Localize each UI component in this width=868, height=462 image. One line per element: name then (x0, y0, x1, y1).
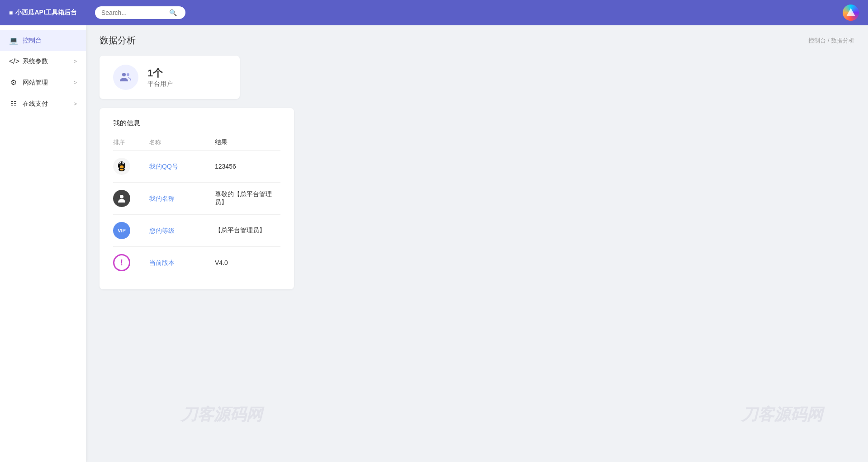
row-1-link[interactable]: 我的QQ号 (149, 163, 178, 170)
row-4-link[interactable]: 当前版本 (149, 259, 175, 266)
gear-icon: ⚙ (9, 78, 18, 87)
row-3-link[interactable]: 您的等级 (149, 227, 175, 234)
svg-point-2 (127, 73, 129, 76)
header-right (843, 5, 859, 21)
sidebar-label-dashboard: 控制台 (23, 37, 77, 45)
svg-point-13 (123, 165, 125, 168)
sidebar-item-system-params[interactable]: </> 系统参数 > (0, 51, 86, 72)
svg-point-14 (120, 195, 123, 198)
info-table: 排序 名称 结果 (113, 135, 280, 278)
search-button[interactable]: 🔍 (169, 9, 177, 16)
col-header-name: 名称 (149, 138, 215, 146)
svg-marker-0 (846, 8, 855, 16)
svg-point-9 (123, 163, 123, 164)
table-row: ! 当前版本 V4.0 (113, 247, 280, 278)
sidebar-item-site-management[interactable]: ⚙ 网站管理 > (0, 72, 86, 93)
row-3-name[interactable]: 您的等级 (149, 226, 215, 235)
row-4-rank: ! (113, 254, 149, 271)
content-area: 数据分析 控制台 / 数据分析 1个 平台用户 (86, 25, 868, 462)
row-2-link[interactable]: 我的名称 (149, 195, 175, 202)
breadcrumb-sep: / (828, 37, 831, 44)
row-4-result: V4.0 (215, 259, 280, 266)
svg-point-12 (118, 165, 120, 168)
code-icon: </> (9, 57, 18, 66)
watermark-1: 刀客源码网 (181, 404, 262, 426)
search-input[interactable] (101, 9, 169, 16)
header: ■ 小西瓜API工具箱后台 🔍 (0, 0, 868, 25)
search-box[interactable]: 🔍 (95, 6, 185, 19)
chevron-right-icon-1: > (74, 58, 77, 65)
stats-count: 1个 (147, 66, 173, 80)
row-1-rank (113, 158, 149, 175)
sidebar: 💻 控制台 </> 系统参数 > ⚙ 网站管理 > ☷ 在线支付 > (0, 25, 86, 462)
row-4-name[interactable]: 当前版本 (149, 259, 215, 267)
table-row: VIP 您的等级 【总平台管理员】 (113, 215, 280, 247)
row-1-result: 123456 (215, 163, 280, 170)
row-2-rank (113, 190, 149, 207)
chevron-right-icon-2: > (74, 80, 77, 86)
stats-label: 平台用户 (147, 80, 173, 88)
stats-text: 1个 平台用户 (147, 66, 173, 88)
col-header-result: 结果 (215, 138, 280, 146)
main-layout: 💻 控制台 </> 系统参数 > ⚙ 网站管理 > ☷ 在线支付 > 数据分析 … (0, 25, 868, 462)
app-title: 小西瓜API工具箱后台 (15, 9, 76, 17)
page-title: 数据分析 (100, 34, 136, 47)
sidebar-label-online-payment: 在线支付 (23, 100, 74, 108)
row-3-result: 【总平台管理员】 (215, 226, 280, 235)
info-card-title: 我的信息 (113, 119, 280, 127)
sidebar-label-system-params: 系统参数 (23, 57, 74, 66)
svg-point-11 (120, 169, 123, 170)
watermark-2: 刀客源码网 (741, 404, 823, 426)
breadcrumb: 控制台 / 数据分析 (808, 37, 854, 45)
chevron-right-icon-3: > (74, 101, 77, 107)
monitor-icon: 💻 (9, 36, 18, 45)
table-row: 我的QQ号 123456 (113, 151, 280, 183)
page-header: 数据分析 控制台 / 数据分析 (100, 34, 854, 47)
table-header: 排序 名称 结果 (113, 135, 280, 151)
users-icon (113, 65, 138, 90)
svg-point-1 (122, 73, 126, 76)
logo-icon: ■ (9, 9, 13, 16)
sidebar-item-dashboard[interactable]: 💻 控制台 (0, 30, 86, 51)
breadcrumb-current: 数据分析 (831, 37, 854, 44)
row-1-name[interactable]: 我的QQ号 (149, 162, 215, 171)
stats-card: 1个 平台用户 (100, 56, 240, 99)
info-card: 我的信息 排序 名称 结果 (100, 108, 294, 289)
card-icon: ☷ (9, 99, 18, 108)
breadcrumb-home: 控制台 (808, 37, 826, 44)
table-row: 我的名称 尊敬的【总平台管理员】 (113, 183, 280, 215)
sidebar-item-online-payment[interactable]: ☷ 在线支付 > (0, 93, 86, 114)
row-2-result: 尊敬的【总平台管理员】 (215, 190, 280, 207)
app-logo-title: ■ 小西瓜API工具箱后台 (9, 9, 95, 17)
app-brand-icon (843, 5, 859, 21)
row-2-name[interactable]: 我的名称 (149, 194, 215, 203)
vip-icon: VIP (113, 222, 130, 239)
row-3-rank: VIP (113, 222, 149, 239)
qq-icon (113, 158, 130, 175)
col-header-rank: 排序 (113, 138, 149, 146)
svg-point-8 (120, 163, 121, 164)
person-icon (113, 190, 130, 207)
exclamation-icon: ! (113, 254, 130, 271)
sidebar-label-site-management: 网站管理 (23, 79, 74, 87)
